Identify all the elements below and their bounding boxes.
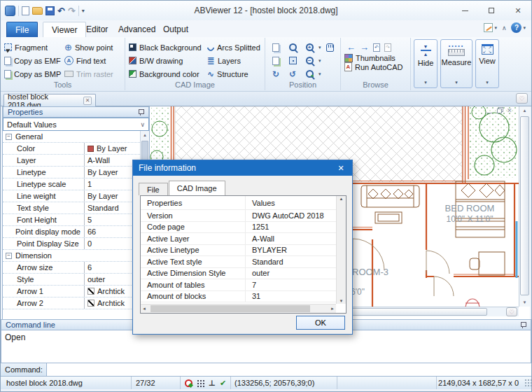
style-button[interactable]: ▾ [484,23,497,32]
preset-dropdown[interactable]: Default Values ∨ [3,118,149,131]
undo-icon[interactable]: ↶ [57,6,65,15]
vertical-scrollbar[interactable]: ▲ ▼ [519,106,530,307]
dialog-tab-file[interactable]: File [139,183,168,195]
trim-raster-button[interactable]: Trim raster [61,67,122,80]
bw-drawing-button[interactable]: B/W drawing [125,54,204,67]
arcs-splitted-button[interactable]: Arcs Splitted [204,41,264,54]
show-point-button[interactable]: ⊕Show point [61,41,122,54]
table-row[interactable]: Active LayerA-Wall [141,233,336,245]
structure-button[interactable]: ∿Structure [204,67,264,80]
table-row[interactable]: Active Dimension Styleouter [141,268,336,280]
redo-icon[interactable]: ↷ [68,6,76,15]
document-tab[interactable]: hostel block 2018.dwg ✕ [4,94,96,106]
zoom-in-dropdown-icon[interactable]: ▾ [318,45,321,50]
black-background-button[interactable]: Black Background [125,41,204,54]
osnap-icon[interactable] [185,379,192,387]
collapse-icon[interactable]: − [6,134,12,140]
property-row-arrow-1[interactable]: Arrow 1Archtick [3,286,140,298]
mdi-minimize-icon[interactable] [486,113,492,113]
document-tab-close-icon[interactable]: ✕ [83,97,92,105]
browse-back-icon[interactable]: ← [346,43,356,52]
run-autocad-button[interactable]: ARun AutoCAD [341,62,410,71]
view-button[interactable]: ↖↗↙↘ View ▾ [475,39,499,88]
paste-view-icon[interactable] [268,55,284,67]
grid-icon[interactable] [197,379,204,387]
table-row[interactable]: Active Text styleStandard [141,256,336,268]
mdi-restore-icon[interactable] [497,108,502,113]
scroll-up-icon[interactable]: ▲ [519,106,530,115]
collapse-icon[interactable]: − [6,253,12,259]
property-row-style[interactable]: Styleouter [3,274,140,286]
pin-icon[interactable] [137,108,144,116]
dialog-tab-cad-image[interactable]: CAD Image [169,181,225,195]
property-row-arrow-2[interactable]: Arrow 2Archtick [3,298,140,309]
property-row-linetype-scale[interactable]: Linetype scale1 [3,178,140,190]
dialog-vertical-scrollbar[interactable]: ▲ ▼ [336,196,346,304]
rotate-view-icon[interactable]: ↻ [268,68,284,80]
scrollbar-thumb[interactable] [520,116,529,295]
zoom-out-dropdown-icon[interactable]: ▾ [318,58,321,64]
scroll-up-icon[interactable]: ▲ [141,131,149,139]
tab-file[interactable]: File [6,22,38,37]
section-row-general[interactable]: −General [3,131,140,143]
property-row-font-height[interactable]: Font Height5 [3,214,140,226]
find-text-button[interactable]: AFind text [61,54,122,67]
zoom-extents-icon[interactable] [285,55,300,67]
hide-button[interactable]: ▼▲ Hide ▾ [414,39,438,88]
scroll-up-icon[interactable]: ▲ [337,197,346,201]
copy-view-icon[interactable] [268,41,284,54]
copy-as-emf-button[interactable]: Copy as EMF [1,54,61,67]
view-redo-icon[interactable]: ↷ [384,43,391,52]
scroll-corner-button[interactable]: ♡ [516,93,528,104]
thumbnails-button[interactable]: Thumbnails [341,54,410,62]
property-row-arrow-size[interactable]: Arrow size6 [3,262,140,274]
browse-forward-icon[interactable]: → [360,43,369,52]
property-row-point-display-size[interactable]: Point Display Size0 [3,238,140,250]
table-row[interactable]: Amount of blocks31 [141,291,336,303]
zoom-previous-icon[interactable]: ↺ [285,68,300,80]
maximize-button[interactable] [478,1,505,20]
scroll-right-icon[interactable]: ► [330,304,335,313]
dialog-horizontal-scrollbar[interactable]: ◄ ► [141,304,336,313]
open-file-icon[interactable] [32,7,43,15]
minimize-button[interactable] [451,1,478,20]
dialog-title-bar[interactable]: File information ✕ [133,160,352,176]
property-row-color[interactable]: ColorBy Layer [3,143,140,155]
ortho-icon[interactable]: ⊥ [209,379,216,387]
layers-button[interactable]: ≣Layers [204,54,264,67]
help-button[interactable]: ?▾ [511,22,526,33]
property-row-linetype[interactable]: LinetypeBy Layer [3,167,140,178]
property-row-text-style[interactable]: Text styleStandard [3,202,140,214]
zoom-in-icon[interactable]: + [302,41,317,54]
scroll-down-icon[interactable]: ▼ [337,299,346,303]
background-color-button[interactable]: Background color [125,67,204,80]
zoom-out-icon[interactable]: − [302,55,317,67]
save-icon[interactable] [46,6,55,15]
property-row-layer[interactable]: LayerA-Wall [3,155,140,167]
property-row-line-weight[interactable]: Line weightBy Layer [3,190,140,202]
tab-output[interactable]: Output [155,22,197,37]
resize-grip[interactable] [524,379,531,387]
view-undo-icon[interactable]: ↶ [373,43,380,52]
scrollbar-thumb[interactable] [150,305,310,312]
zoom-scale-icon[interactable] [302,68,317,80]
zoom-scale-dropdown-icon[interactable]: ▾ [318,71,321,77]
properties-panel-header[interactable]: Properties [3,106,149,118]
collapse-ribbon-icon[interactable]: ∧ [502,24,507,31]
table-row[interactable]: Active LinetypeBYLAYER [141,245,336,257]
copy-as-bmp-button[interactable]: Copy as BMP [1,67,61,80]
app-logo-icon[interactable] [5,6,15,16]
zoom-window-icon[interactable] [285,41,300,54]
dialog-close-icon[interactable]: ✕ [330,160,352,176]
property-row-point-display-mode[interactable]: Point display mode66 [3,226,140,238]
fragment-button[interactable]: Fragment [1,41,61,54]
scroll-corner-button[interactable]: ♡ [506,307,517,316]
new-document-icon[interactable] [22,6,29,15]
table-row[interactable]: Code page1251 [141,222,336,234]
measure-button[interactable]: ••••• Measure ▾ [440,39,472,88]
draw-mode-icon[interactable]: ✔ [220,379,226,387]
table-row[interactable]: Amount of tables7 [141,279,336,291]
mdi-close-icon[interactable]: ✕ [507,108,512,114]
scroll-left-icon[interactable]: ◄ [142,304,146,313]
section-row-dimension[interactable]: −Dimension [3,250,140,262]
